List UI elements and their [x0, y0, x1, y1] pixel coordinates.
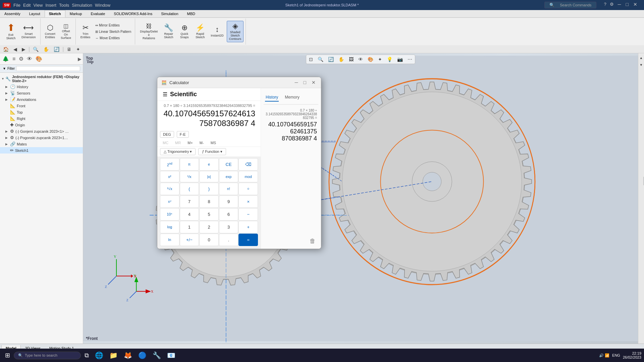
- key-minus[interactable]: −: [238, 208, 258, 221]
- tool2-rotate[interactable]: 🔄: [52, 46, 61, 53]
- search-box[interactable]: 🔍 Search Commands: [544, 2, 596, 8]
- calc-trig-btn[interactable]: △ Trigonometry ▾: [160, 148, 196, 155]
- key-sqrt[interactable]: ²√x: [160, 183, 179, 195]
- taskbar-start[interactable]: ⊞: [3, 350, 12, 361]
- tab-evaluate[interactable]: Evaluate: [86, 10, 109, 17]
- tab-addins[interactable]: SOLIDWORKS Add-Ins: [109, 10, 157, 17]
- calc-ms-btn[interactable]: MS: [208, 140, 219, 146]
- tree-origin[interactable]: ✚ Origin: [0, 122, 83, 128]
- key-6[interactable]: 6: [219, 208, 238, 221]
- sidebar-collapse[interactable]: ▶: [78, 56, 82, 62]
- quick-snaps-btn[interactable]: ⊕ QuickSnaps: [177, 22, 192, 41]
- calc-memory-tab[interactable]: Memory: [284, 94, 300, 102]
- key-7[interactable]: 7: [180, 195, 199, 208]
- key-2[interactable]: 2: [199, 221, 219, 233]
- tab-assembly[interactable]: Assembly: [0, 10, 25, 17]
- tab-mbd[interactable]: MBD: [183, 10, 200, 17]
- vp-pan[interactable]: ✋: [336, 56, 346, 63]
- move-entities-btn[interactable]: ↔Move Entities: [94, 35, 133, 41]
- key-equals[interactable]: =: [238, 234, 258, 246]
- offset-surface-btn[interactable]: ◫ OffsetOnSurface: [58, 22, 73, 41]
- key-2nd[interactable]: 2nd: [160, 158, 179, 171]
- vp-section[interactable]: ✦: [376, 56, 384, 63]
- vp-lights[interactable]: 💡: [385, 56, 394, 63]
- tool2-forward[interactable]: ▶: [20, 46, 27, 53]
- key-exp[interactable]: exp: [219, 171, 238, 182]
- taskbar-search[interactable]: 🔍 Type here to search: [14, 352, 81, 359]
- menu-edit[interactable]: Edit: [23, 3, 31, 8]
- sidebar-config[interactable]: ⚙: [18, 55, 24, 63]
- key-abs[interactable]: |x|: [199, 171, 219, 182]
- tree-sensors[interactable]: ▶ 📡 Sensors: [0, 90, 83, 96]
- key-plus[interactable]: +: [238, 221, 258, 233]
- menu-file[interactable]: File: [13, 3, 20, 8]
- vp-zoom-sel[interactable]: 🔍: [316, 56, 325, 63]
- key-dot[interactable]: .: [219, 234, 238, 246]
- taskbar-ff[interactable]: 🦊: [121, 350, 135, 361]
- minimize-btn[interactable]: ─: [616, 2, 623, 8]
- vp-display-style[interactable]: 🖼: [347, 56, 356, 63]
- vp-zoom-fit[interactable]: ⊡: [307, 56, 315, 63]
- key-1x[interactable]: ¹/x: [180, 171, 199, 182]
- rp-btn2[interactable]: ▼: [639, 62, 643, 68]
- smart-dim-btn[interactable]: ⟷ SmartDimension: [19, 22, 38, 41]
- tree-pogonski[interactable]: ▶ ⚙ (-) Pogonski zupcanik 2023<1> (FEM) …: [0, 134, 83, 141]
- calc-hamburger[interactable]: ☰: [163, 91, 167, 98]
- exit-sketch-btn[interactable]: ⬆ ExitSketch: [3, 21, 18, 42]
- key-factorial[interactable]: n!: [219, 183, 238, 195]
- calc-mplus-btn[interactable]: M+: [185, 140, 196, 146]
- calc-history-tab[interactable]: History: [265, 94, 279, 102]
- repair-sketch-btn[interactable]: 🔧 RepairSketch: [161, 22, 176, 41]
- menu-tools[interactable]: Tools: [59, 3, 69, 8]
- key-9[interactable]: 9: [219, 195, 238, 208]
- tab-markup[interactable]: Markup: [65, 10, 87, 17]
- key-x2[interactable]: x²: [160, 171, 179, 182]
- tool2-zoom[interactable]: 🔍: [31, 46, 40, 53]
- tree-sketch1[interactable]: ✏ Sketch1: [0, 147, 83, 154]
- sidebar-display[interactable]: 👁: [26, 55, 33, 63]
- menu-window[interactable]: Window: [95, 3, 110, 8]
- key-xy[interactable]: xʸ: [160, 195, 179, 208]
- calc-maximize[interactable]: □: [302, 80, 308, 85]
- display-delete-btn[interactable]: ⛓ Display/DeleteRelations: [137, 21, 160, 42]
- calc-mminus-btn[interactable]: M-: [197, 140, 207, 146]
- tree-root[interactable]: ▼ 🔧 Jednostepeni reduktor (FEM) <Display…: [0, 74, 83, 83]
- tool2-home[interactable]: 🏠: [1, 46, 10, 53]
- key-mod[interactable]: mod: [238, 171, 258, 182]
- calc-deg-btn[interactable]: DEG: [160, 131, 174, 138]
- vp-rotate[interactable]: 🔄: [326, 56, 336, 63]
- key-multiply[interactable]: ×: [238, 195, 258, 208]
- rapid-sketch-btn[interactable]: ⚡ RapidSketch: [193, 22, 208, 41]
- key-backspace[interactable]: ⌫: [238, 158, 258, 171]
- tree-annotations[interactable]: ▶ 📝 Annotations: [0, 96, 83, 103]
- trim-entities-btn[interactable]: ✂ TrimEntities: [78, 22, 93, 41]
- vp-more[interactable]: ⋯: [406, 56, 414, 63]
- key-3[interactable]: 3: [219, 221, 238, 233]
- key-ce[interactable]: CE: [219, 158, 238, 171]
- calc-func-btn[interactable]: ƒ Function ▾: [198, 148, 226, 155]
- calc-mc-btn[interactable]: MC: [160, 140, 171, 146]
- mirror-entities-btn[interactable]: ⇔Mirror Entities: [94, 22, 133, 28]
- tab-sketch[interactable]: Sketch: [45, 10, 65, 17]
- sidebar-appearances[interactable]: 🎨: [35, 55, 43, 63]
- vp-cameras[interactable]: 📷: [395, 56, 405, 63]
- tree-history[interactable]: ▶ 🕐 History: [0, 83, 83, 90]
- key-rparen[interactable]: ): [199, 183, 219, 195]
- convert-entities-btn[interactable]: ⬡ ConvertEntities: [43, 22, 58, 41]
- key-8[interactable]: 8: [199, 195, 219, 208]
- taskbar-edge[interactable]: 🌐: [93, 350, 106, 361]
- viewport[interactable]: Top // teeth drawn via JS below: [83, 53, 638, 344]
- taskbar-explorer[interactable]: 📁: [107, 350, 120, 361]
- calc-close[interactable]: ✕: [310, 80, 317, 85]
- tree-gonjeni[interactable]: ▶ ⚙ (-) Gonjeni zupcanik 2023<1> (FEM) <…: [0, 128, 83, 134]
- tree-top[interactable]: 📐 Top: [0, 109, 83, 115]
- vp-appearance[interactable]: 🎨: [366, 56, 375, 63]
- taskbar-chrome[interactable]: 🔵: [136, 350, 149, 361]
- tab-layout[interactable]: Layout: [25, 10, 45, 17]
- tool2-back[interactable]: ◀: [12, 46, 19, 53]
- calc-fe-btn[interactable]: F-E: [177, 131, 189, 138]
- settings-btn[interactable]: ⚙: [608, 2, 615, 8]
- rp-btn1[interactable]: ▲: [639, 55, 643, 61]
- calc-clear-history[interactable]: 🗑: [310, 238, 316, 245]
- taskbar-outlook[interactable]: 📧: [165, 350, 178, 361]
